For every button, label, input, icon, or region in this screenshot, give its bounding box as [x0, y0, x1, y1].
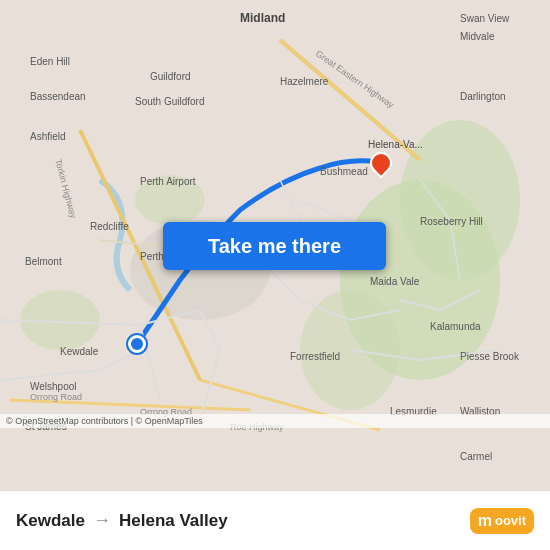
moovit-logo: m oovit	[470, 508, 534, 534]
destination-marker	[370, 152, 392, 180]
svg-text:Swan View: Swan View	[460, 13, 510, 24]
svg-text:Bushmead: Bushmead	[320, 166, 368, 177]
svg-text:Kewdale: Kewdale	[60, 346, 99, 357]
svg-text:Belmont: Belmont	[25, 256, 62, 267]
svg-text:Midland: Midland	[240, 11, 285, 25]
svg-text:Welshpool: Welshpool	[30, 381, 77, 392]
svg-text:Forrestfield: Forrestfield	[290, 351, 340, 362]
svg-text:Kalamunda: Kalamunda	[430, 321, 481, 332]
svg-text:Piesse Brook: Piesse Brook	[460, 351, 520, 362]
svg-text:Maida Vale: Maida Vale	[370, 276, 420, 287]
svg-text:Perth Airport: Perth Airport	[140, 176, 196, 187]
svg-text:South Guildford: South Guildford	[135, 96, 205, 107]
arrow-icon: →	[93, 510, 111, 531]
svg-point-4	[20, 290, 100, 350]
svg-text:Eden Hill: Eden Hill	[30, 56, 70, 67]
svg-text:Orrong Road: Orrong Road	[30, 392, 82, 402]
destination-label: Helena Valley	[119, 511, 228, 531]
origin-label: Kewdale	[16, 511, 85, 531]
map-attribution: © OpenStreetMap contributors | © OpenMap…	[0, 414, 550, 428]
svg-text:Roseberry Hill: Roseberry Hill	[420, 216, 483, 227]
svg-text:Midvale: Midvale	[460, 31, 495, 42]
bottom-bar: Kewdale → Helena Valley m oovit	[0, 490, 550, 550]
svg-text:Bassendean: Bassendean	[30, 91, 86, 102]
svg-text:Carmel: Carmel	[460, 451, 492, 462]
svg-text:Darlington: Darlington	[460, 91, 506, 102]
svg-text:Helena-Va...: Helena-Va...	[368, 139, 423, 150]
map-container: Midland Swan View Midvale Eden Hill Guil…	[0, 0, 550, 490]
moovit-m-letter: m	[478, 512, 492, 530]
svg-text:Hazelmere: Hazelmere	[280, 76, 329, 87]
svg-text:Redcliffe: Redcliffe	[90, 221, 129, 232]
svg-text:Guildford: Guildford	[150, 71, 191, 82]
route-info: Kewdale → Helena Valley m oovit	[16, 508, 534, 534]
svg-text:Ashfield: Ashfield	[30, 131, 66, 142]
moovit-text: oovit	[495, 513, 526, 528]
origin-marker	[128, 335, 146, 353]
take-me-there-button[interactable]: Take me there	[163, 222, 386, 270]
